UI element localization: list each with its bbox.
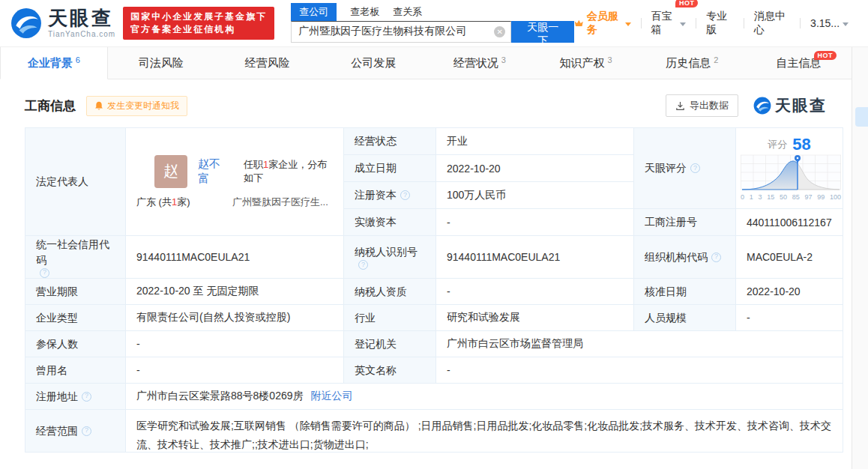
field-value-scope: 医学研究和试验发展;互联网销售 （除销售需要许可的商品） ;日用品销售;日用品批…	[126, 410, 843, 452]
score-tick: 99	[817, 193, 825, 201]
score-value: 58	[792, 136, 810, 153]
section-title: 工商信息	[25, 97, 76, 115]
field-value-english-name: -	[436, 357, 843, 383]
legal-rep-note: 任职1家企业，分布如下	[244, 158, 333, 185]
nearby-companies-link[interactable]: 附近公司	[311, 390, 353, 403]
search-input[interactable]	[291, 21, 511, 43]
tab-company-background[interactable]: 企业背景 6	[0, 47, 108, 79]
nav-divider	[800, 18, 801, 28]
help-icon[interactable]: ?	[400, 190, 410, 200]
logo-domain: TianYanCha.com	[48, 30, 115, 38]
search-tab-relation[interactable]: 查关系	[393, 3, 422, 21]
field-value-reg-capital: 100万人民币	[436, 182, 633, 208]
legal-rep-name-link[interactable]: 赵不富	[198, 157, 227, 186]
field-label-insured: 参保人数	[25, 331, 125, 357]
field-label-authority: 登记机关	[344, 331, 435, 357]
tianyancha-logo-icon	[10, 7, 42, 39]
nav-more-label: 3.15...	[810, 17, 840, 29]
field-value-paid-capital: -	[436, 209, 633, 235]
search-tab-boss[interactable]: 查老板	[350, 3, 379, 21]
field-label-company-type: 企业类型	[25, 305, 125, 330]
score-tick: 50	[780, 193, 787, 201]
export-data-button[interactable]: 导出数据	[666, 94, 738, 117]
field-label-tyc-score: 天眼评分?	[634, 128, 735, 208]
help-icon[interactable]: ?	[711, 252, 721, 262]
tab-history-info[interactable]: 历史信息 2	[639, 47, 746, 79]
tab-operating-status[interactable]: 经营状况 3	[427, 47, 533, 79]
field-label-credit-code: 统一社会信用代码?	[25, 236, 125, 278]
score-axis-ticks: 0 1 3 15 50 85 97 99 100	[741, 193, 841, 201]
search-tabs: 查公司 查老板 查关系	[291, 4, 574, 21]
field-label-legal-rep: 法定代表人	[25, 128, 125, 235]
tab-label: 司法风险	[139, 56, 184, 70]
nav-toolbox[interactable]: HOT 百宝箱	[651, 10, 687, 37]
nav-messages-label: 消息中心	[754, 10, 791, 37]
nav-pro-version[interactable]: 专业版	[706, 10, 733, 37]
score-tick: 97	[804, 193, 812, 201]
score-tick: 1	[750, 193, 753, 201]
tab-label: 历史信息	[666, 56, 711, 70]
nav-vip-services[interactable]: 会员服务	[574, 10, 631, 37]
field-label-est-date: 成立日期	[344, 155, 435, 181]
nav-more[interactable]: 3.15...	[810, 17, 849, 29]
side-widget[interactable]	[855, 107, 868, 127]
field-value-taxpayer-qual: -	[436, 279, 633, 304]
field-value-org-code: MAC0EULA-2	[736, 236, 843, 278]
bell-icon	[94, 101, 103, 111]
caret-down-icon	[843, 22, 849, 26]
score-tick: 3	[758, 193, 762, 201]
field-label-taxpayer-qual: 纳税人资质	[344, 279, 435, 304]
help-icon[interactable]: ?	[690, 163, 700, 173]
tab-operating-risk[interactable]: 经营风险	[214, 47, 321, 79]
nav-divider	[744, 18, 744, 28]
field-value-insured: -	[126, 331, 343, 357]
field-value-address: 广州市白云区棠景路88号8楼0269房 附近公司	[126, 384, 843, 409]
tab-label: 知识产权	[560, 56, 605, 70]
nav-divider	[641, 18, 642, 28]
legal-rep-company-link[interactable]: 广州暨肽因子医疗生...	[232, 196, 328, 209]
field-value-reg-number: 440111006112167	[736, 209, 843, 235]
tab-intellectual-property[interactable]: 知识产权 3	[533, 47, 639, 79]
legal-rep-avatar[interactable]: 赵	[154, 155, 187, 188]
field-label-taxpayer-id: 纳税人识别号?	[344, 236, 435, 278]
field-label-status: 经营状态	[344, 128, 435, 154]
field-value-industry: 研究和试验发展	[436, 305, 633, 330]
tab-judicial-risk[interactable]: 司法风险	[108, 47, 214, 79]
caret-down-icon	[625, 22, 631, 26]
help-icon[interactable]: ?	[82, 392, 91, 402]
hot-badge: HOT	[675, 0, 699, 7]
crown-icon	[574, 19, 584, 28]
field-label-biz-term: 营业期限	[25, 279, 125, 304]
tab-count: 2	[714, 55, 718, 64]
field-value-biz-term: 2022-10-20 至 无固定期限	[126, 279, 343, 304]
watermark-logo: 天眼查	[753, 95, 827, 116]
logo-title: 天眼查	[48, 8, 115, 28]
tab-label: 公司发展	[351, 56, 396, 70]
tab-label: 企业背景	[28, 56, 73, 70]
certification-badge-line1: 国家中小企业发展子基金旗下	[130, 10, 267, 23]
help-icon[interactable]: ?	[358, 260, 368, 270]
score-tick: 85	[792, 193, 800, 201]
score-tick: 15	[767, 193, 774, 201]
field-value-company-type: 有限责任公司(自然人投资或控股)	[126, 305, 343, 330]
field-label-approval-date: 核准日期	[634, 279, 735, 304]
help-icon[interactable]: ?	[82, 426, 91, 436]
tianyancha-watermark-icon	[753, 97, 771, 115]
search-area: 查公司 查老板 查关系 ✕ 天眼一下	[291, 4, 574, 43]
tab-self-info[interactable]: 自主信息 HOT	[745, 47, 852, 79]
field-label-org-code: 组织机构代码?	[634, 236, 735, 278]
notify-change-button[interactable]: 发生变更时通知我	[86, 96, 187, 116]
tab-company-development[interactable]: 公司发展	[320, 47, 427, 79]
clear-search-icon[interactable]: ✕	[494, 26, 505, 37]
right-gutter	[852, 47, 868, 469]
score-caption: 评分	[768, 138, 787, 151]
search-tab-company[interactable]: 查公司	[291, 3, 337, 21]
certification-badge: 国家中小企业发展子基金旗下 官方备案企业征信机构	[123, 7, 274, 40]
tianyancha-logo[interactable]: 天眼查 TianYanCha.com	[10, 7, 115, 39]
nav-message-center[interactable]: 消息中心	[754, 10, 791, 37]
nav-divider	[696, 18, 696, 28]
help-icon[interactable]: ?	[40, 268, 49, 278]
search-button[interactable]: 天眼一下	[511, 21, 574, 43]
export-data-label: 导出数据	[690, 99, 729, 112]
field-label-staff-size: 人员规模	[634, 305, 735, 330]
